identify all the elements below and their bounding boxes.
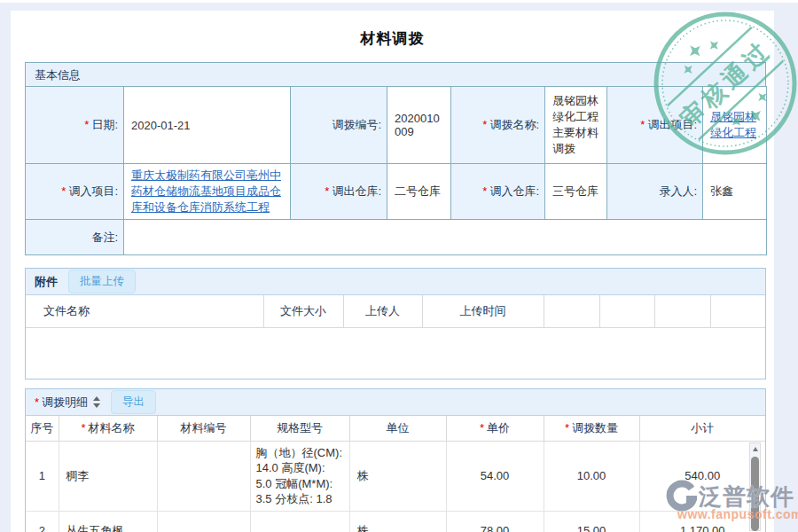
basic-info-table: *日期: 2020-01-21 调拨编号: 2020010009 *调拨名称: … bbox=[25, 86, 767, 255]
recorder-value: 张鑫 bbox=[703, 164, 767, 220]
transfer-name-value: 晟铭园林绿化工程主要材料调拨 bbox=[545, 87, 607, 164]
attach-col-empty-2 bbox=[599, 295, 654, 327]
detail-col-subtotal: 小计 bbox=[639, 416, 765, 441]
attachments-table: 文件名称 文件大小 上传人 上传时间 bbox=[26, 295, 765, 328]
attach-col-uploader: 上传人 bbox=[343, 295, 422, 327]
remark-value bbox=[124, 220, 767, 255]
transfer-no-value: 2020010009 bbox=[387, 87, 451, 164]
transfer-no-label: 调拨编号: bbox=[291, 87, 387, 164]
recorder-label: 录入人: bbox=[607, 164, 703, 220]
sort-spinner-icon[interactable] bbox=[93, 396, 100, 408]
details-title: *调拨明细 bbox=[35, 390, 88, 414]
in-project-label: *调入项目: bbox=[26, 164, 124, 220]
scroll-up-icon[interactable] bbox=[750, 443, 760, 455]
page: 材料调拨 基本信息 *日期: 2020-01-21 调拨编号: 20200100… bbox=[0, 0, 798, 532]
attach-col-uploadtime: 上传时间 bbox=[422, 295, 544, 327]
detail-row-1: 1 稠李 胸（地）径(CM): 14.0 高度(M): 5.0 冠幅(M*M):… bbox=[26, 441, 765, 511]
out-warehouse-value: 二号仓库 bbox=[387, 164, 451, 220]
in-project-cell: 重庆太极制药有限公司亳州中药材仓储物流基地项目成品仓库和设备仓库消防系统工程 bbox=[124, 164, 291, 220]
details-header-bar: *调拨明细 导出 bbox=[26, 389, 765, 416]
basic-info-header: 基本信息 bbox=[25, 62, 766, 87]
detail-row-2: 2 丛生五角枫 株 78.00 15.00 1,170.00 bbox=[26, 511, 765, 532]
in-warehouse-label: *调入仓库: bbox=[451, 164, 545, 220]
basic-info-section: 基本信息 *日期: 2020-01-21 调拨编号: 2020010009 *调… bbox=[25, 62, 766, 255]
detail-col-spec: 规格型号 bbox=[250, 416, 349, 441]
detail-col-seq: 序号 bbox=[26, 416, 59, 441]
batch-upload-button[interactable]: 批量上传 bbox=[68, 270, 136, 293]
attach-col-empty-4 bbox=[710, 295, 765, 327]
remark-label: 备注: bbox=[26, 220, 124, 255]
attachments-section: 附件 批量上传 文件名称 文件大小 上传人 上传时间 bbox=[25, 268, 766, 379]
attachments-title: 附件 bbox=[35, 270, 58, 293]
in-warehouse-value: 三号仓库 bbox=[545, 164, 607, 220]
detail-scrollbar[interactable] bbox=[749, 442, 761, 531]
date-value: 2020-01-21 bbox=[124, 87, 291, 164]
top-strip bbox=[0, 0, 798, 3]
page-title: 材料调拨 bbox=[11, 28, 774, 49]
out-project-cell: 晟铭园林绿化工程 bbox=[703, 87, 767, 164]
out-project-label: *调出项目: bbox=[607, 87, 703, 164]
attach-col-filesize: 文件大小 bbox=[263, 295, 343, 327]
scrollbar-thumb[interactable] bbox=[751, 457, 759, 531]
attach-col-empty-1 bbox=[544, 295, 599, 327]
attach-col-filename: 文件名称 bbox=[26, 295, 263, 327]
detail-col-qty: *调拨数量 bbox=[544, 416, 639, 441]
attach-col-empty-3 bbox=[654, 295, 710, 327]
attachments-empty-body bbox=[26, 328, 765, 379]
details-section: *调拨明细 导出 序号 *材料名称 材料编号 规格型号 单位 *单价 *调拨数量… bbox=[25, 388, 766, 532]
out-warehouse-label: *调出仓库: bbox=[291, 164, 387, 220]
details-table: 序号 *材料名称 材料编号 规格型号 单位 *单价 *调拨数量 小计 1 稠李 … bbox=[26, 416, 765, 532]
out-project-link[interactable]: 晟铭园林绿化工程 bbox=[710, 110, 756, 139]
attachments-header-bar: 附件 批量上传 bbox=[26, 269, 765, 295]
export-button[interactable]: 导出 bbox=[111, 390, 156, 414]
date-label: *日期: bbox=[26, 87, 124, 164]
detail-col-price: *单价 bbox=[446, 416, 544, 441]
detail-col-name: *材料名称 bbox=[59, 416, 157, 441]
detail-col-code: 材料编号 bbox=[157, 416, 250, 441]
in-project-link[interactable]: 重庆太极制药有限公司亳州中药材仓储物流基地项目成品仓库和设备仓库消防系统工程 bbox=[131, 168, 281, 214]
detail-col-unit: 单位 bbox=[349, 416, 446, 441]
transfer-name-label: *调拨名称: bbox=[451, 87, 545, 164]
